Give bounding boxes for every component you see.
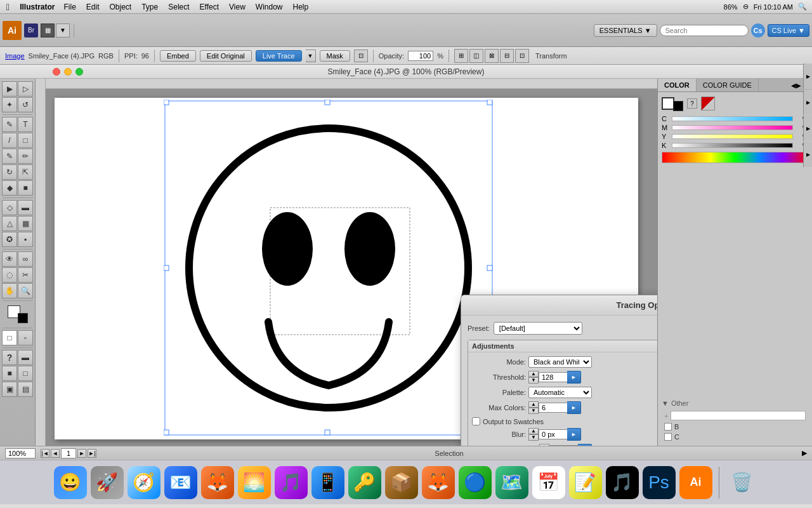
tool-view2[interactable]: ▤ bbox=[18, 382, 33, 397]
pencil-tool[interactable]: ✏ bbox=[18, 149, 33, 164]
scissors-tool[interactable]: ✂ bbox=[18, 267, 33, 283]
smiley-image[interactable] bbox=[164, 100, 494, 438]
max-colors-up[interactable]: ▲ bbox=[528, 401, 539, 408]
menu-window[interactable]: Window bbox=[251, 3, 288, 11]
bg-swatch[interactable] bbox=[673, 101, 683, 111]
tool-bottom1[interactable]: ■ bbox=[2, 366, 17, 381]
other-checkbox-C[interactable] bbox=[664, 433, 672, 441]
dock-notes[interactable]: 📝 bbox=[569, 466, 602, 499]
background-color[interactable] bbox=[18, 313, 28, 323]
next-page-btn[interactable]: ► bbox=[77, 449, 86, 458]
scale-tool[interactable]: ⇱ bbox=[18, 164, 33, 180]
k-slider[interactable] bbox=[672, 143, 793, 148]
symbol-tool[interactable]: ✪ bbox=[2, 232, 17, 247]
last-page-btn[interactable]: ►| bbox=[88, 449, 96, 458]
threshold-down[interactable]: ▼ bbox=[528, 377, 539, 384]
transform-btn5[interactable]: ⊡ bbox=[515, 49, 529, 63]
output-swatches-label[interactable]: Output to Swatches bbox=[483, 418, 544, 425]
menu-view[interactable]: View bbox=[224, 3, 251, 11]
eyedropper-tool[interactable]: 👁 bbox=[2, 251, 17, 267]
menu-select[interactable]: Select bbox=[163, 3, 194, 11]
close-button[interactable] bbox=[53, 68, 60, 76]
search-input[interactable] bbox=[660, 25, 749, 36]
dock-finder[interactable]: 😀 bbox=[54, 466, 87, 499]
dock-photoshop[interactable]: Ps bbox=[643, 466, 676, 499]
threshold-input[interactable] bbox=[539, 372, 567, 382]
apple-menu[interactable]:  bbox=[0, 2, 16, 12]
side-panel-btn4[interactable]: ▶ bbox=[803, 142, 812, 167]
search-icon[interactable]: 🔍 bbox=[798, 3, 807, 11]
output-swatches-checkbox[interactable] bbox=[472, 417, 480, 425]
dock-1password[interactable]: 🔑 bbox=[348, 466, 381, 499]
y-slider[interactable] bbox=[672, 134, 793, 139]
tool-view1[interactable]: ▣ bbox=[2, 382, 17, 397]
dock-appstore[interactable]: 📱 bbox=[311, 466, 344, 499]
mode-select[interactable]: Black and White bbox=[528, 356, 592, 368]
first-page-btn[interactable]: |◄ bbox=[41, 449, 49, 458]
screen-mode[interactable]: ▫ bbox=[18, 330, 33, 345]
dock-firefox[interactable]: 🦊 bbox=[422, 466, 455, 499]
paintbrush-tool[interactable]: ✎ bbox=[2, 149, 17, 164]
zoom-input[interactable] bbox=[5, 448, 36, 458]
selection-tool[interactable]: ▶ bbox=[2, 81, 17, 97]
dock-spotify[interactable]: 🎵 bbox=[606, 466, 639, 499]
cs-live-button[interactable]: CS Live ▼ bbox=[768, 24, 809, 37]
dock-contacts[interactable]: 🦊 bbox=[201, 466, 234, 499]
m-slider[interactable] bbox=[672, 125, 793, 130]
chart-tool[interactable]: ▦ bbox=[18, 216, 33, 231]
dock-archive[interactable]: 📦 bbox=[385, 466, 418, 499]
zoom-tool[interactable]: 🔍 bbox=[18, 283, 33, 298]
transform-btn4[interactable]: ⊟ bbox=[500, 49, 514, 63]
dock-photos[interactable]: 🌅 bbox=[238, 466, 271, 499]
resample-up[interactable]: ▲ bbox=[539, 444, 549, 446]
menu-file[interactable]: File bbox=[58, 3, 81, 11]
live-trace-button[interactable]: Live Trace bbox=[256, 50, 302, 62]
dock-mail[interactable]: 📧 bbox=[164, 466, 197, 499]
type-tool[interactable]: T bbox=[18, 117, 33, 132]
transform-btn2[interactable]: ◫ bbox=[469, 49, 483, 63]
dock-calendar[interactable]: 📅 bbox=[532, 466, 565, 499]
rotate-tool[interactable]: ↻ bbox=[2, 164, 17, 180]
transform-btn3[interactable]: ⊠ bbox=[485, 49, 499, 63]
opacity-input[interactable] bbox=[408, 51, 433, 61]
unknown-tool[interactable]: ? bbox=[2, 350, 17, 365]
other-panel-title[interactable]: ▼ Other bbox=[662, 399, 808, 407]
blur-apply[interactable]: ► bbox=[567, 428, 581, 441]
rect-tool[interactable]: □ bbox=[18, 133, 33, 148]
warp-tool[interactable]: ◆ bbox=[2, 180, 17, 196]
menu-edit[interactable]: Edit bbox=[81, 3, 105, 11]
max-colors-apply[interactable]: ► bbox=[567, 401, 581, 414]
side-panel-btn1[interactable]: ▶ bbox=[803, 64, 812, 89]
essentials-button[interactable]: ESSENTIALS ▼ bbox=[594, 24, 657, 37]
image-label[interactable]: Image bbox=[5, 52, 25, 60]
unknown-tool2[interactable]: ▬ bbox=[18, 350, 33, 365]
preset-select[interactable]: [Default] bbox=[494, 322, 582, 335]
dock-itunes[interactable]: 🎵 bbox=[275, 466, 308, 499]
palette-select[interactable]: Automatic bbox=[528, 387, 592, 398]
magic-wand-tool[interactable]: ✦ bbox=[2, 97, 17, 112]
menu-help[interactable]: Help bbox=[288, 3, 314, 11]
prev-page-btn[interactable]: ◄ bbox=[51, 449, 60, 458]
page-input[interactable] bbox=[61, 448, 76, 458]
dock-launchpad[interactable]: 🚀 bbox=[91, 466, 124, 499]
dock-trash[interactable]: 🗑️ bbox=[726, 466, 759, 499]
line-tool[interactable]: / bbox=[2, 133, 17, 148]
minimize-button[interactable] bbox=[64, 68, 72, 76]
live-trace-dropdown[interactable]: ▼ bbox=[306, 50, 316, 62]
resample-input[interactable] bbox=[549, 445, 578, 446]
menu-object[interactable]: Object bbox=[105, 3, 137, 11]
shape-builder-tool[interactable]: ◇ bbox=[2, 200, 17, 215]
tab-color-guide[interactable]: COLOR GUIDE bbox=[697, 79, 759, 91]
normal-mode[interactable]: □ bbox=[2, 330, 17, 345]
hand-tool[interactable]: ✋ bbox=[2, 283, 17, 298]
resample-apply[interactable]: ► bbox=[578, 444, 592, 446]
max-colors-down[interactable]: ▼ bbox=[528, 408, 539, 414]
c-slider[interactable] bbox=[672, 116, 793, 121]
eraser-tool[interactable]: ◌ bbox=[2, 267, 17, 283]
blur-up[interactable]: ▲ bbox=[528, 428, 539, 434]
direct-selection-tool[interactable]: ▷ bbox=[18, 81, 33, 97]
lasso-tool[interactable]: ↺ bbox=[18, 97, 33, 112]
other-input[interactable] bbox=[671, 411, 806, 420]
tab-color[interactable]: COLOR bbox=[658, 79, 697, 91]
gradient-tool[interactable]: ▬ bbox=[18, 200, 33, 215]
